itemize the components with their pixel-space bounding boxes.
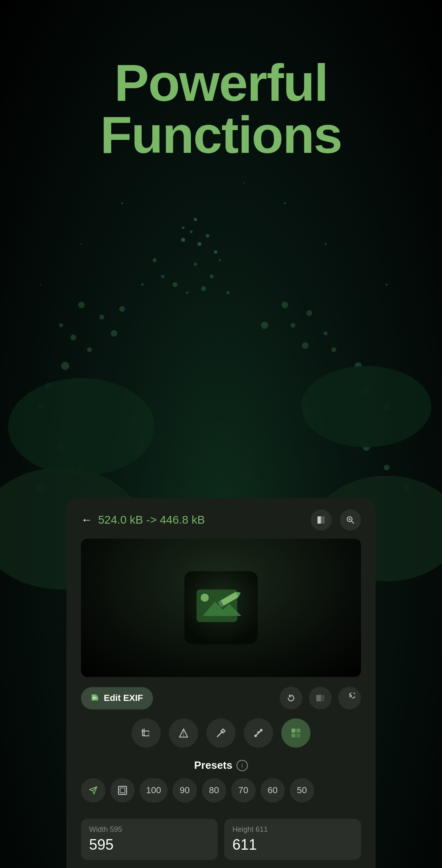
svg-point-85	[254, 735, 257, 737]
preset-50-button[interactable]: 50	[290, 778, 314, 803]
svg-point-86	[260, 729, 263, 731]
width-value: 595	[89, 836, 210, 853]
effects-tool-button[interactable]	[244, 718, 273, 748]
presets-row: 100 90 80 70 60 50	[66, 778, 376, 812]
width-input-field[interactable]: Width 595 595	[81, 819, 218, 860]
svg-rect-91	[118, 786, 127, 794]
size-converted: 446.8 kB	[160, 513, 205, 526]
phone-card: ← 524.0 kB -> 446.8 kB	[66, 498, 376, 868]
preset-90-label: 90	[179, 785, 189, 796]
preset-60-button[interactable]: 60	[260, 778, 285, 803]
svg-point-64	[201, 594, 209, 602]
preset-90-button[interactable]: 90	[173, 778, 197, 803]
preset-70-label: 70	[238, 785, 248, 796]
crop-tool-button[interactable]	[131, 718, 161, 748]
compare-view-button[interactable]	[311, 509, 332, 531]
svg-point-80	[223, 731, 224, 732]
card-topbar: ← 524.0 kB -> 446.8 kB	[66, 498, 376, 539]
presets-label: Presets	[194, 759, 232, 772]
presets-header: Presets i	[66, 756, 376, 778]
svg-rect-88	[296, 729, 300, 733]
rotate-right-button[interactable]	[338, 687, 361, 709]
magic-wand-button[interactable]	[206, 718, 236, 748]
headline-line2: Functions	[0, 109, 442, 161]
perspective-tool-button[interactable]	[169, 718, 198, 748]
height-label: Height 611	[232, 825, 353, 834]
svg-line-78	[217, 732, 222, 737]
height-value: 611	[232, 836, 353, 853]
svg-line-58	[352, 521, 354, 524]
edit-exif-button[interactable]: Edit EXIF	[81, 687, 153, 709]
back-btn[interactable]: ← 524.0 kB -> 446.8 kB	[81, 513, 205, 526]
svg-rect-90	[296, 733, 300, 737]
svg-rect-92	[120, 788, 125, 793]
dimension-inputs: Width 595 595 Height 611 611	[66, 812, 376, 868]
svg-rect-71	[321, 695, 324, 701]
preset-100-label: 100	[146, 785, 161, 796]
headline-line1: Powerful	[0, 57, 442, 109]
zoom-button[interactable]	[340, 509, 361, 531]
width-label: Width 595	[89, 825, 210, 834]
height-input-field[interactable]: Height 611 611	[224, 819, 361, 860]
size-display: 524.0 kB -> 446.8 kB	[98, 513, 205, 526]
presets-info-icon[interactable]: i	[236, 760, 248, 771]
preset-70-button[interactable]: 70	[231, 778, 256, 803]
headline-section: Powerful Functions	[0, 57, 442, 161]
preview-image	[184, 571, 258, 644]
size-original: 524.0 kB	[98, 513, 143, 526]
svg-rect-70	[316, 695, 320, 701]
svg-rect-87	[291, 729, 295, 733]
right-action-icons	[280, 687, 361, 709]
preset-frame-button[interactable]	[110, 778, 135, 803]
image-preview	[81, 539, 361, 677]
edit-exif-label: Edit EXIF	[104, 693, 143, 703]
back-arrow-icon: ←	[81, 513, 92, 526]
preset-send-button[interactable]	[81, 778, 105, 803]
svg-rect-54	[317, 516, 321, 524]
preset-50-label: 50	[297, 785, 306, 796]
svg-rect-75	[144, 731, 149, 736]
compare-split-button[interactable]	[309, 687, 332, 709]
preset-60-label: 60	[267, 785, 277, 796]
action-row: Edit EXIF	[66, 677, 376, 714]
svg-rect-55	[322, 516, 325, 524]
preset-80-button[interactable]: 80	[202, 778, 226, 803]
arrow-separator: ->	[146, 513, 157, 526]
grid-tool-button[interactable]	[281, 718, 311, 748]
tool-row	[66, 714, 376, 756]
preset-80-label: 80	[209, 785, 219, 796]
exif-tag-icon	[91, 693, 100, 704]
svg-rect-89	[291, 733, 295, 737]
topbar-icon-group	[311, 509, 361, 531]
rotate-left-button[interactable]	[280, 687, 302, 709]
info-symbol: i	[241, 762, 243, 769]
preset-100-button[interactable]: 100	[140, 778, 168, 803]
